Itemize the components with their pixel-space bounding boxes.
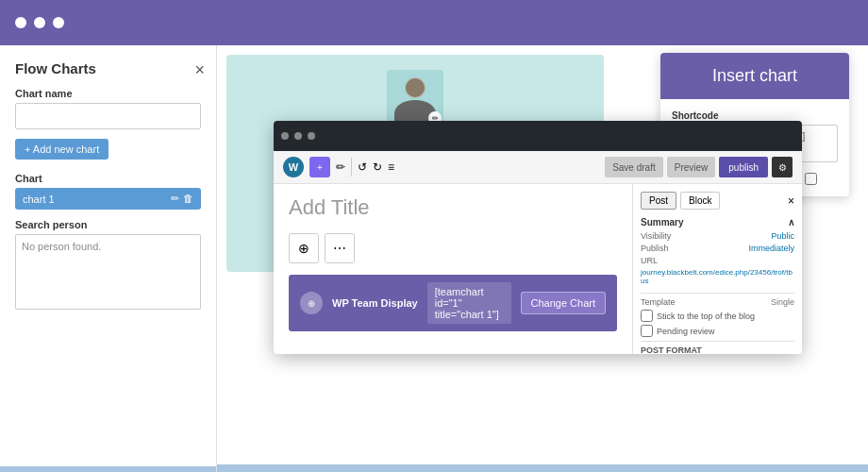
wp-undo-icon[interactable]: ↺ [358,160,367,174]
ws-sticky-row: Stick to the top of the blog [641,310,794,322]
save-draft-button[interactable]: Save draft [605,157,663,177]
wp-editor: W + ✏ ↺ ↻ ≡ Save draft Preview publish ⚙… [274,121,802,354]
window-dot-3 [53,17,64,28]
tab-post[interactable]: Post [641,192,676,210]
ws-pending-row: Pending review [641,325,794,337]
publish-value[interactable]: Immediately [748,244,794,253]
template-label: Template [641,297,676,307]
wp-editor-sidebar: Post Block × Summary ∧ Visibility Public [632,184,802,354]
window-dot-2 [34,17,45,28]
edit-chart-icon[interactable]: ✏ [171,193,179,205]
no-person-found: No person found. [22,241,101,252]
post-format-title: POST FORMAT [641,346,794,354]
wp-toolbar-separator [351,158,352,177]
panel-title: Flow Charts [15,60,201,76]
ws-url-row: URL [641,256,794,265]
visibility-label: Visibility [641,231,671,241]
change-chart-button[interactable]: Change Chart [521,292,607,314]
preview-button[interactable]: Preview [667,157,716,177]
sticky-label: Stick to the top of the blog [657,312,755,321]
close-button[interactable]: × [194,60,205,80]
wp-menu-icon[interactable]: ≡ [388,160,394,174]
wp-editor-main: Add Title ⊕ ⋯ ⊕ WP Team Display [teamcha… [274,184,632,354]
pending-checkbox[interactable] [641,325,653,337]
left-panel: Flow Charts × Chart name + Add new chart… [0,45,217,472]
wp-dot-1 [281,132,289,140]
sidebar-close-button[interactable]: × [788,192,794,210]
url-value[interactable]: journey.blackbelt.com/edice.php/23456/tr… [641,268,794,285]
main-area: Flow Charts × Chart name + Add new chart… [0,45,868,472]
wp-editor-content: Add Title ⊕ ⋯ ⊕ WP Team Display [teamcha… [274,184,802,354]
insert-chart-header: Insert chart [660,53,849,99]
add-title-placeholder[interactable]: Add Title [289,195,617,220]
ws-divider-1 [641,293,794,294]
wp-dot-2 [294,132,302,140]
chart-item-label: chart 1 [23,194,55,205]
ws-publish-row: Publish Immediately [641,244,794,253]
url-label: URL [641,256,658,265]
wp-team-label: WP Team Display [332,297,418,309]
wp-block-tools: ⊕ ⋯ [289,233,617,263]
visibility-value[interactable]: Public [771,231,794,241]
wp-toolbar: W + ✏ ↺ ↻ ≡ Save draft Preview publish ⚙ [274,151,802,184]
bottom-accent-bar [0,466,216,472]
ws-template-row: Template Single [641,297,794,307]
tab-block[interactable]: Block [680,192,720,210]
wp-action-buttons: Save draft Preview publish ⚙ [605,157,793,177]
wp-logo-icon: W [283,157,304,177]
wp-team-display-block: ⊕ WP Team Display [teamchart id="1" titl… [289,275,617,331]
chart-name-input[interactable] [15,103,201,129]
wp-block-btn-1[interactable]: ⊕ [289,233,319,263]
ws-divider-2 [641,341,794,342]
pending-label: Pending review [657,327,715,336]
chart-item-icons: ✏ 🗑 [171,193,193,205]
wp-team-logo-icon: ⊕ [300,292,323,314]
sticky-checkbox[interactable] [641,310,653,322]
ws-summary-title: Summary [641,217,684,228]
wp-sidebar-tabs: Post Block × [641,192,794,210]
wp-dot-3 [308,132,315,140]
wp-add-block-icon[interactable]: + [309,157,330,177]
publish-label: Publish [641,244,669,253]
chart-name-label: Chart name [15,88,201,99]
ws-visibility-row: Visibility Public [641,231,794,241]
wp-editor-topbar [274,121,802,151]
ws-summary-chevron[interactable]: ∧ [788,217,794,228]
search-result-box: No person found. [15,234,201,310]
ws-summary-header: Summary ∧ [641,217,794,228]
shortcode-label: Shortcode [672,110,838,121]
window-dot-1 [15,17,26,28]
ws-summary-section: Summary ∧ Visibility Public Publish Imme… [641,217,794,285]
chart-label: Chart [15,173,201,184]
settings-button[interactable]: ⚙ [772,157,793,177]
wp-edit-icon[interactable]: ✏ [336,160,345,174]
center-area: ✏ Elliott ✏ Diego [217,45,868,472]
add-new-chart-button[interactable]: + Add new chart [15,139,108,160]
wp-redo-icon[interactable]: ↻ [373,160,382,174]
publish-button[interactable]: publish [719,157,768,177]
search-person-label: Search person [15,219,201,230]
template-value[interactable]: Single [771,297,794,307]
chart-item: chart 1 ✏ 🗑 [15,188,201,210]
top-bar [0,0,868,45]
delete-chart-icon[interactable]: 🗑 [183,193,193,205]
wp-block-btn-2[interactable]: ⋯ [325,233,355,263]
bottom-accent-bar [217,464,868,472]
disable-responsive-checkbox[interactable] [805,173,817,185]
wp-team-shortcode: [teamchart id="1" title="chart 1"] [427,282,511,324]
